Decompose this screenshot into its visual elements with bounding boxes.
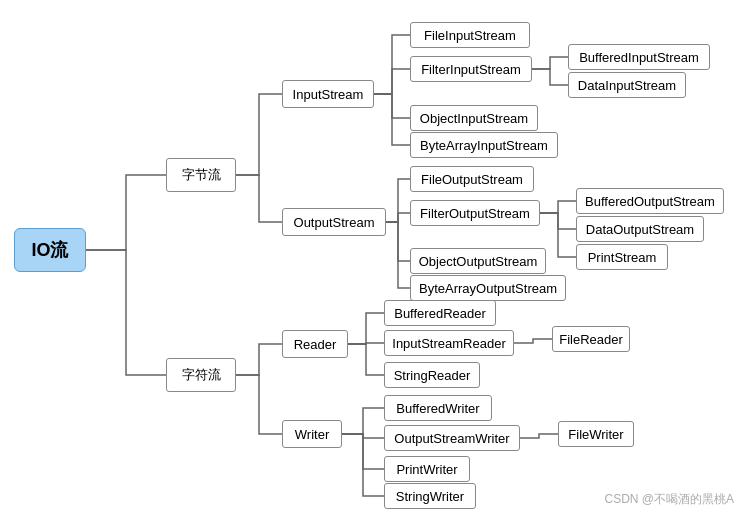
stringwriter-node: StringWriter — [384, 483, 476, 509]
outputstream-node: OutputStream — [282, 208, 386, 236]
printwriter-node: PrintWriter — [384, 456, 470, 482]
fileinputstream-node: FileInputStream — [410, 22, 530, 48]
bufferedreader-node: BufferedReader — [384, 300, 496, 326]
bufferedwriter-node: BufferedWriter — [384, 395, 492, 421]
filterinputstream-node: FilterInputStream — [410, 56, 532, 82]
fileoutputstream-node: FileOutputStream — [410, 166, 534, 192]
stringreader-node: StringReader — [384, 362, 480, 388]
dataoutputstream-node: DataOutputStream — [576, 216, 704, 242]
filereader-node: FileReader — [552, 326, 630, 352]
datainputstream-node: DataInputStream — [568, 72, 686, 98]
bytearrayoutputstream-node: ByteArrayOutputStream — [410, 275, 566, 301]
printstream-node: PrintStream — [576, 244, 668, 270]
writer-node: Writer — [282, 420, 342, 448]
outputstreamwriter-node: OutputStreamWriter — [384, 425, 520, 451]
bufferedoutputstream-node: BufferedOutputStream — [576, 188, 724, 214]
filewriter-node: FileWriter — [558, 421, 634, 447]
root-node: IO流 — [14, 228, 86, 272]
bytearrayinputstream-node: ByteArrayInputStream — [410, 132, 558, 158]
objectoutputstream-node: ObjectOutputStream — [410, 248, 546, 274]
objectinputstream-node: ObjectInputStream — [410, 105, 538, 131]
watermark: CSDN @不喝酒的黑桃A — [604, 491, 734, 508]
char-stream-node: 字符流 — [166, 358, 236, 392]
byte-stream-node: 字节流 — [166, 158, 236, 192]
bufferedinputstream-node: BufferedInputStream — [568, 44, 710, 70]
inputstream-node: InputStream — [282, 80, 374, 108]
filteroutputstream-node: FilterOutputStream — [410, 200, 540, 226]
inputstreamreader-node: InputStreamReader — [384, 330, 514, 356]
reader-node: Reader — [282, 330, 348, 358]
